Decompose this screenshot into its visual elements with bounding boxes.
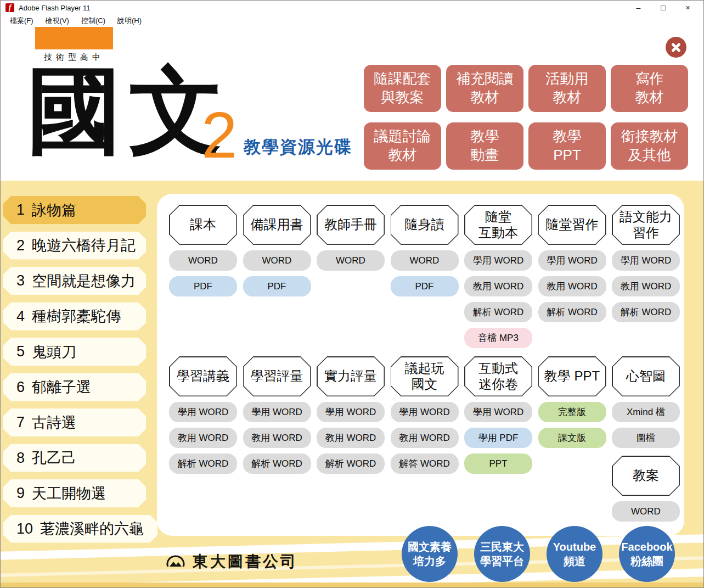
- file-button[interactable]: 學用 WORD: [317, 402, 385, 422]
- lesson-number: 9: [16, 485, 25, 502]
- file-button[interactable]: 學用 WORD: [464, 250, 532, 271]
- resource-group-header-label: 教案: [613, 457, 679, 495]
- file-button[interactable]: 學用 WORD: [464, 402, 532, 422]
- resource-group-header[interactable]: 議起玩國文: [391, 356, 459, 396]
- footer-link-label: Facebook: [621, 540, 672, 554]
- file-button[interactable]: 學用 WORD: [612, 250, 680, 271]
- brand-logo-rect: [35, 27, 113, 49]
- resource-group-header[interactable]: 備課用書: [243, 205, 311, 245]
- file-button[interactable]: 學用 WORD: [243, 402, 311, 422]
- menu-item-2[interactable]: 控制(C): [76, 15, 110, 27]
- file-button[interactable]: 解析 WORD: [317, 453, 385, 474]
- file-button[interactable]: 解答 WORD: [391, 453, 459, 474]
- file-button[interactable]: PDF: [391, 276, 459, 296]
- file-button[interactable]: PDF: [169, 276, 237, 296]
- file-button[interactable]: 課文版: [538, 428, 606, 448]
- resource-group-header[interactable]: 教案: [612, 456, 680, 496]
- close-window-button[interactable]: ×: [675, 1, 700, 15]
- file-button[interactable]: 解析 WORD: [243, 453, 311, 474]
- sidebar-item-lesson-6[interactable]: 6郁離子選: [3, 373, 146, 401]
- sidebar-item-lesson-2[interactable]: 2晚遊六橋待月記: [3, 232, 146, 260]
- resource-group-header[interactable]: 課本: [169, 205, 237, 245]
- resource-group-header[interactable]: 教學 PPT: [538, 356, 606, 396]
- category-button-3[interactable]: 寫作教材: [611, 65, 688, 112]
- footer-link-1[interactable]: 三民東大學習平台: [474, 526, 530, 582]
- resource-group-header-label: 教師手冊: [318, 206, 384, 244]
- resource-group-header[interactable]: 學習講義: [169, 356, 237, 396]
- menu-bar: 檔案(F)檢視(V)控制(C)說明(H): [1, 15, 703, 27]
- file-button[interactable]: 學用 WORD: [169, 402, 237, 422]
- file-button[interactable]: 教用 WORD: [243, 428, 311, 448]
- category-button-6[interactable]: 教學PPT: [528, 122, 606, 170]
- category-button-label: 教學: [471, 127, 499, 146]
- category-button-0[interactable]: 隨課配套與教案: [364, 65, 441, 112]
- sidebar-item-lesson-5[interactable]: 5鬼頭刀: [3, 338, 146, 366]
- category-button-1[interactable]: 補充閱讀教材: [446, 65, 523, 112]
- sidebar-item-lesson-4[interactable]: 4種樹郭橐駝傳: [3, 303, 146, 331]
- category-button-5[interactable]: 教學動畫: [446, 122, 523, 170]
- file-button[interactable]: PPT: [464, 453, 532, 474]
- resource-group-header-line: 隨身讀: [405, 217, 444, 232]
- resource-group-header-label: 隨堂習作: [539, 206, 605, 244]
- category-button-4[interactable]: 議題討論教材: [364, 122, 441, 170]
- file-button[interactable]: PDF: [243, 276, 311, 296]
- file-button[interactable]: WORD: [612, 501, 680, 522]
- category-button-2[interactable]: 活動用教材: [528, 65, 606, 112]
- file-button[interactable]: WORD: [243, 250, 311, 271]
- footer-link-2[interactable]: Youtube頻道: [547, 526, 602, 582]
- lesson-title: 晚遊六橋待月記: [32, 236, 136, 255]
- footer-link-3[interactable]: Facebook粉絲團: [619, 526, 675, 582]
- file-button[interactable]: WORD: [169, 250, 237, 271]
- sidebar-item-lesson-7[interactable]: 7古詩選: [3, 408, 146, 436]
- file-button[interactable]: 教用 WORD: [464, 276, 532, 296]
- file-button[interactable]: 教用 WORD: [538, 276, 606, 296]
- file-button[interactable]: 學用 WORD: [391, 402, 459, 422]
- file-button[interactable]: 教用 WORD: [317, 428, 385, 448]
- file-button[interactable]: 解析 WORD: [538, 302, 606, 322]
- minimize-button[interactable]: –: [626, 1, 651, 15]
- maximize-button[interactable]: □: [651, 1, 675, 15]
- resource-group-header-line: 課本: [190, 217, 216, 232]
- file-button[interactable]: 完整版: [538, 402, 606, 422]
- resource-group-header[interactable]: 心智圖: [612, 356, 680, 396]
- sidebar-item-lesson-3[interactable]: 3空間就是想像力: [3, 267, 146, 295]
- sidebar-item-lesson-9[interactable]: 9天工開物選: [3, 479, 146, 507]
- sidebar-item-lesson-10[interactable]: 10荖濃溪畔的六龜: [3, 515, 157, 543]
- file-button[interactable]: 學用 WORD: [538, 250, 606, 271]
- menu-item-3[interactable]: 說明(H): [112, 15, 147, 27]
- file-button[interactable]: WORD: [317, 250, 385, 271]
- resource-group-header[interactable]: 隨身讀: [391, 205, 459, 245]
- resource-group-header-line: 教師手冊: [324, 217, 377, 232]
- resource-group-header[interactable]: 語文能力習作: [612, 205, 680, 245]
- resource-group-header[interactable]: 隨堂習作: [538, 205, 606, 245]
- file-button[interactable]: 學用 PDF: [464, 428, 532, 448]
- resource-group-header[interactable]: 實力評量: [317, 356, 385, 396]
- file-button[interactable]: 教用 WORD: [169, 428, 237, 448]
- resource-group-header[interactable]: 教師手冊: [317, 205, 385, 245]
- resource-group-header-line: 互動本: [478, 225, 518, 240]
- file-button[interactable]: 音檔 MP3: [464, 328, 532, 348]
- footer-link-label: 三民東大: [480, 540, 524, 554]
- close-icon[interactable]: [666, 37, 686, 58]
- resource-group-header[interactable]: 互動式迷你卷: [464, 356, 532, 396]
- category-button-label: 隨課配套: [374, 70, 431, 88]
- sidebar-item-lesson-1[interactable]: 1詠物篇: [3, 196, 146, 224]
- file-button[interactable]: 教用 WORD: [391, 428, 459, 448]
- sidebar-item-lesson-8[interactable]: 8孔乙己: [3, 444, 146, 472]
- menu-item-1[interactable]: 檢視(V): [41, 15, 74, 27]
- file-button[interactable]: Xmind 檔: [612, 402, 680, 422]
- footer-link-label: Youtube: [553, 540, 596, 554]
- resource-group-header[interactable]: 學習評量: [243, 356, 311, 396]
- file-button[interactable]: WORD: [391, 250, 459, 271]
- resource-group-header[interactable]: 隨堂互動本: [464, 205, 532, 245]
- file-button[interactable]: 解析 WORD: [464, 302, 532, 322]
- file-button[interactable]: 教用 WORD: [612, 276, 680, 296]
- menu-item-0[interactable]: 檔案(F): [5, 15, 38, 27]
- resource-group-header-line: 語文能力: [619, 209, 672, 225]
- file-button[interactable]: 解析 WORD: [169, 453, 237, 474]
- category-button-7[interactable]: 銜接教材及其他: [611, 122, 688, 170]
- file-button[interactable]: 圖檔: [612, 428, 680, 448]
- publisher-footer: 東大圖書公司: [164, 551, 298, 572]
- file-button[interactable]: 解析 WORD: [612, 302, 680, 322]
- footer-link-0[interactable]: 國文素養培力多: [402, 526, 458, 582]
